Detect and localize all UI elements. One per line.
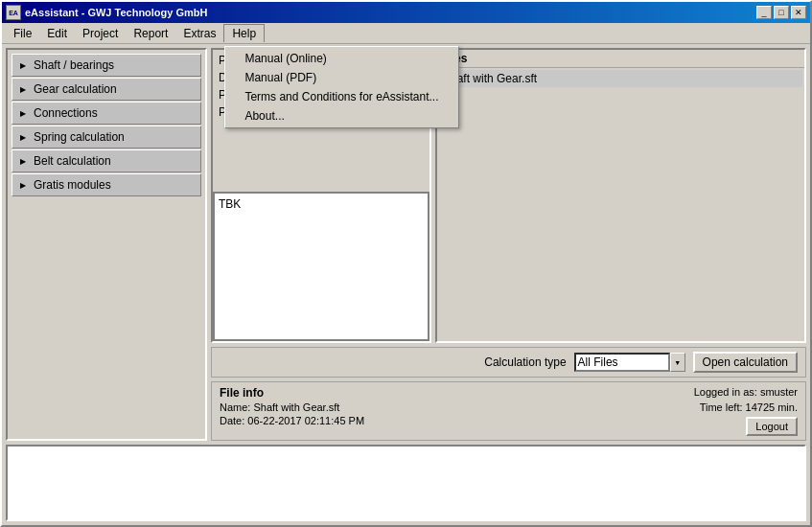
dropdown-manual-online[interactable]: Manual (Online) — [225, 49, 457, 68]
menu-bar: File Edit Project Report Extras Help Man… — [2, 23, 810, 44]
files-header: Files — [437, 50, 804, 68]
chevron-right-icon: ▶ — [20, 133, 28, 141]
app-icon: EA — [6, 5, 21, 20]
logout-button[interactable]: Logout — [746, 417, 798, 436]
calc-type-select-wrapper: All Files ▼ — [574, 353, 685, 372]
list-item[interactable]: Shaft with Gear.sft — [439, 70, 802, 87]
chevron-right-icon: ▶ — [20, 85, 28, 93]
window-title: eAssistant - GWJ Technology GmbH — [25, 7, 208, 18]
open-calculation-button[interactable]: Open calculation — [693, 352, 798, 373]
sidebar: ▶ Shaft / bearings ▶ Gear calculation ▶ … — [6, 48, 207, 441]
logged-in-info: Logged in as: smuster — [694, 386, 798, 398]
calc-type-label: Calculation type — [484, 355, 566, 369]
menu-file[interactable]: File — [6, 25, 39, 42]
files-panel: Files Shaft with Gear.sft — [435, 48, 806, 343]
chevron-right-icon: ▶ — [20, 61, 28, 69]
dropdown-manual-pdf[interactable]: Manual (PDF) — [225, 68, 457, 87]
file-info-left: File info Name: Shaft with Gear.sft Date… — [220, 386, 364, 426]
maximize-button[interactable]: □ — [774, 6, 789, 19]
menu-report[interactable]: Report — [126, 25, 175, 42]
menu-edit[interactable]: Edit — [39, 25, 75, 42]
chevron-right-icon: ▶ — [20, 157, 28, 165]
chevron-right-icon: ▶ — [20, 181, 28, 189]
menu-project[interactable]: Project — [75, 25, 126, 42]
sidebar-item-gratis-modules[interactable]: ▶ Gratis modules — [12, 173, 201, 196]
dropdown-arrow-icon[interactable]: ▼ — [670, 353, 685, 372]
dropdown-about[interactable]: About... — [225, 106, 457, 126]
file-info-right: Logged in as: smuster Time left: 14725 m… — [694, 386, 798, 436]
sidebar-item-connections[interactable]: ▶ Connections — [12, 102, 201, 125]
menu-extras[interactable]: Extras — [175, 25, 223, 42]
title-bar: EA eAssistant - GWJ Technology GmbH _ □ … — [2, 2, 810, 23]
bottom-panel — [6, 445, 806, 521]
time-left-info: Time left: 14725 min. — [700, 401, 798, 413]
files-list: Shaft with Gear.sft — [437, 68, 804, 341]
title-bar-left: EA eAssistant - GWJ Technology GmbH — [6, 5, 208, 20]
file-info-bar: File info Name: Shaft with Gear.sft Date… — [211, 381, 806, 441]
sidebar-item-shaft-bearings[interactable]: ▶ Shaft / bearings — [12, 54, 201, 77]
file-date-detail: Date: 06-22-2017 02:11:45 PM — [220, 415, 364, 426]
close-button[interactable]: ✕ — [791, 6, 806, 19]
main-window: EA eAssistant - GWJ Technology GmbH _ □ … — [0, 0, 812, 527]
chevron-right-icon: ▶ — [20, 109, 28, 117]
title-buttons: _ □ ✕ — [756, 6, 806, 19]
sidebar-item-gear-calculation[interactable]: ▶ Gear calculation — [12, 78, 201, 101]
file-info-title: File info — [220, 386, 364, 400]
calc-type-bar: Calculation type All Files ▼ Open calcul… — [211, 347, 806, 378]
help-dropdown: Manual (Online) Manual (PDF) Terms and C… — [224, 46, 458, 128]
menu-help[interactable]: Help Manual (Online) Manual (PDF) Terms … — [223, 24, 265, 42]
calc-type-select[interactable]: All Files — [574, 353, 670, 372]
dropdown-terms[interactable]: Terms and Conditions for eAssistant... — [225, 87, 457, 106]
minimize-button[interactable]: _ — [756, 6, 772, 19]
sidebar-item-belt-calculation[interactable]: ▶ Belt calculation — [12, 149, 201, 172]
tbk-panel: TBK — [213, 192, 429, 341]
file-name-detail: Name: Shaft with Gear.sft — [220, 401, 364, 413]
sidebar-item-spring-calculation[interactable]: ▶ Spring calculation — [12, 126, 201, 149]
